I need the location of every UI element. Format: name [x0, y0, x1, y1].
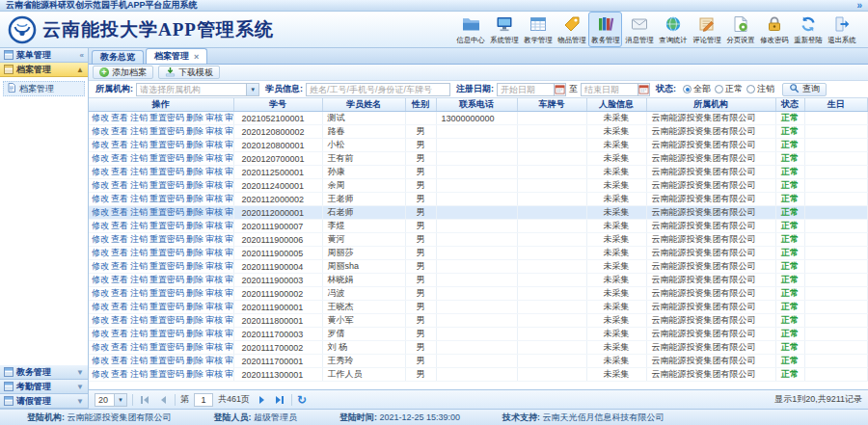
op-link[interactable]: 审核 [205, 153, 223, 163]
op-link[interactable]: 审核记录 [225, 369, 233, 379]
op-link[interactable]: 注销 [130, 234, 148, 244]
table-row[interactable]: 修改查看注销重置密码删除审核审核记录采集2020111800001黄小军男未采集… [89, 314, 868, 328]
status-radio[interactable]: 全部 [683, 83, 711, 95]
table-row[interactable]: 修改查看注销重置密码删除审核审核记录采集2020111900004周丽sha男未… [89, 260, 868, 274]
op-link[interactable]: 审核 [205, 356, 223, 365]
op-link[interactable]: 注销 [130, 342, 148, 352]
add-record-button[interactable]: + 添加档案 [93, 66, 153, 79]
table-row[interactable]: 修改查看注销重置密码删除审核审核记录采集2020111900003林晓娟男未采集… [89, 274, 868, 287]
op-link[interactable]: 审核 [205, 234, 223, 244]
date-start-input[interactable] [498, 84, 554, 95]
op-link[interactable]: 查看 [111, 261, 128, 271]
op-link[interactable]: 删除 [186, 180, 203, 190]
op-link[interactable]: 修改 [92, 288, 109, 298]
op-link[interactable]: 修改 [92, 180, 109, 190]
op-link[interactable]: 注销 [130, 207, 148, 217]
op-link[interactable]: 查看 [111, 248, 128, 257]
op-link[interactable]: 注销 [130, 288, 148, 298]
op-link[interactable]: 审核记录 [225, 207, 233, 217]
op-link[interactable]: 删除 [186, 153, 203, 163]
op-link[interactable]: 重置密码 [149, 315, 184, 325]
op-link[interactable]: 修改 [92, 248, 109, 257]
op-link[interactable]: 注销 [130, 194, 148, 203]
sidebar-section[interactable]: 考勤管理▼ [0, 380, 88, 394]
table-row[interactable]: 修改查看注销重置密码删除审核审核记录采集2020111700002刘 杨男未采集… [89, 341, 868, 355]
op-link[interactable]: 审核记录 [225, 153, 233, 163]
column-header[interactable]: 人脸信息 [586, 98, 646, 112]
op-link[interactable]: 删除 [186, 342, 203, 352]
op-link[interactable]: 修改 [92, 140, 109, 149]
op-link[interactable]: 注销 [130, 140, 148, 149]
op-link[interactable]: 注销 [130, 369, 148, 379]
op-link[interactable]: 注销 [130, 153, 148, 163]
op-link[interactable]: 查看 [111, 207, 128, 217]
column-header[interactable]: 联系电话 [436, 98, 517, 112]
op-link[interactable]: 修改 [92, 275, 109, 284]
op-link[interactable]: 删除 [186, 207, 203, 217]
accordion-down-icon[interactable]: ▼ [76, 397, 84, 406]
table-row[interactable]: 修改查看注销重置密码删除审核审核记录采集2020112400001余周男未采集云… [89, 179, 868, 193]
op-link[interactable]: 查看 [111, 180, 128, 190]
nav-item[interactable]: 修改密码 [757, 12, 791, 47]
op-link[interactable]: 查看 [111, 167, 128, 176]
op-link[interactable]: 审核记录 [225, 288, 233, 298]
op-link[interactable]: 删除 [186, 248, 203, 257]
op-link[interactable]: 修改 [92, 126, 109, 136]
op-link[interactable]: 审核 [205, 140, 223, 149]
op-link[interactable]: 删除 [186, 234, 203, 244]
op-link[interactable]: 审核 [205, 315, 223, 325]
date-end-input[interactable] [582, 84, 637, 95]
op-link[interactable]: 删除 [186, 302, 203, 311]
op-link[interactable]: 审核 [205, 329, 223, 338]
op-link[interactable]: 重置密码 [149, 194, 184, 203]
column-header[interactable]: 状态 [775, 98, 804, 112]
op-link[interactable]: 重置密码 [149, 342, 184, 352]
op-link[interactable]: 注销 [130, 113, 148, 122]
op-link[interactable]: 审核 [205, 180, 223, 190]
op-link[interactable]: 重置密码 [149, 180, 184, 190]
op-link[interactable]: 修改 [92, 221, 109, 230]
nav-item[interactable]: 教学管理 [521, 12, 555, 47]
status-radio[interactable]: 注销 [746, 83, 774, 95]
nav-item[interactable]: 系统管理 [487, 12, 521, 47]
student-info-field[interactable] [306, 83, 450, 96]
op-link[interactable]: 审核 [205, 369, 223, 379]
op-link[interactable]: 审核记录 [225, 315, 233, 325]
student-info-input[interactable] [307, 84, 449, 95]
search-button[interactable]: 查询 [782, 83, 827, 96]
op-link[interactable]: 审核 [205, 167, 223, 176]
op-link[interactable]: 查看 [111, 288, 128, 298]
op-link[interactable]: 注销 [130, 221, 148, 230]
op-link[interactable]: 查看 [111, 275, 128, 284]
op-link[interactable]: 修改 [92, 261, 109, 271]
op-link[interactable]: 审核记录 [225, 167, 233, 176]
nav-item[interactable]: 重新登陆 [791, 12, 825, 47]
last-page-button[interactable] [273, 393, 286, 407]
op-link[interactable]: 注销 [130, 315, 148, 325]
calendar-icon[interactable] [554, 84, 565, 95]
op-link[interactable]: 删除 [186, 356, 203, 365]
op-link[interactable]: 查看 [111, 315, 128, 325]
op-link[interactable]: 重置密码 [149, 221, 184, 230]
op-link[interactable]: 删除 [186, 288, 203, 298]
nav-item[interactable]: 信息中心 [453, 12, 487, 47]
op-link[interactable]: 修改 [92, 167, 109, 176]
first-page-button[interactable] [138, 393, 151, 407]
op-link[interactable]: 查看 [111, 126, 128, 136]
column-header[interactable]: 所属机构 [646, 98, 775, 112]
op-link[interactable]: 查看 [111, 342, 128, 352]
op-link[interactable]: 审核 [205, 342, 223, 352]
table-row[interactable]: 修改查看注销重置密码删除审核审核记录采集2020111700003罗倩男未采集云… [89, 328, 868, 341]
op-link[interactable]: 审核记录 [225, 180, 233, 190]
op-link[interactable]: 修改 [92, 342, 109, 352]
op-link[interactable]: 重置密码 [149, 234, 184, 244]
table-row[interactable]: 修改查看注销重置密码删除审核审核记录采集2020111700001王秀玲男未采集… [89, 355, 868, 368]
op-link[interactable]: 修改 [92, 194, 109, 203]
table-row[interactable]: 修改查看注销重置密码删除审核审核记录采集2020112000001石老师男未采集… [89, 206, 868, 220]
op-link[interactable]: 删除 [186, 329, 203, 338]
op-link[interactable]: 重置密码 [149, 248, 184, 257]
table-row[interactable]: 修改查看注销重置密码删除审核审核记录采集2020111300001工作人员男未采… [89, 368, 868, 382]
org-select-input[interactable] [137, 84, 246, 95]
op-link[interactable]: 修改 [92, 153, 109, 163]
table-row[interactable]: 修改查看注销重置密码删除审核审核记录采集2020111900005周丽莎男未采集… [89, 247, 868, 260]
